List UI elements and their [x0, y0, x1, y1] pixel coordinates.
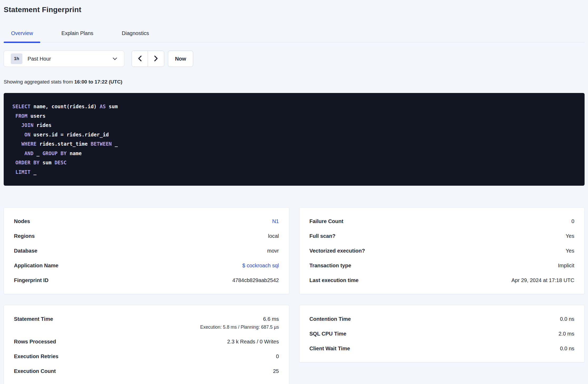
aggregated-stats-caption: Showing aggregated stats from 16:00 to 1…	[4, 79, 585, 85]
contention-time-value: 0.0 ns	[560, 316, 574, 322]
page-content: Statement Fingerprint OverviewExplain Pl…	[4, 5, 585, 384]
kv-row: Execution Count25	[14, 368, 279, 374]
sql-keyword: DESC	[54, 160, 67, 165]
database-value-wrap: movr	[267, 248, 279, 254]
sql-keyword: WHERE	[21, 141, 36, 147]
tab-bar: OverviewExplain PlansDiagnostics	[4, 24, 585, 42]
kv-row: Statement Time6.6 msExecution: 5.8 ms / …	[14, 316, 279, 330]
last-execution-time-value-wrap: Apr 29, 2024 at 17:18 UTC	[511, 277, 574, 283]
sql-cpu-time-value: 2.0 ms	[559, 331, 574, 337]
kv-row: Contention Time0.0 ns	[310, 316, 575, 322]
chevron-down-icon	[113, 57, 117, 60]
contention-time-value-wrap: 0.0 ns	[560, 316, 574, 322]
execution-retries-label: Execution Retries	[14, 353, 58, 360]
sql-statement-box: SELECT name, count(rides.id) AS sum FROM…	[4, 93, 585, 186]
previous-time-button[interactable]	[132, 51, 148, 67]
time-controls: 1h Past Hour	[4, 51, 585, 67]
time-range-dropdown[interactable]: 1h Past Hour	[4, 51, 124, 67]
regions-label: Regions	[14, 233, 35, 239]
transaction-type-value-wrap: Implicit	[558, 262, 574, 269]
application-name-label: Application Name	[14, 262, 58, 269]
time-nav-group	[132, 51, 164, 67]
execution-count-value-wrap: 25	[273, 368, 279, 374]
sql-text: rides	[33, 122, 52, 128]
kv-row: Full scan?Yes	[310, 233, 575, 239]
chevron-right-icon	[154, 55, 158, 62]
kv-row: Databasemovr	[14, 248, 279, 254]
client-wait-time-value: 0.0 ns	[560, 345, 574, 352]
sql-keyword: ON	[24, 132, 31, 137]
kv-row: Rows Processed2.3 k Reads / 0 Writes	[14, 338, 279, 345]
last-execution-time-label: Last execution time	[310, 277, 359, 283]
sql-text	[12, 122, 21, 128]
sql-text: _	[31, 169, 37, 175]
kv-row: SQL CPU Time2.0 ms	[310, 331, 575, 337]
fingerprint-id-value: 4784cb829aab2542	[232, 277, 279, 283]
transaction-type-label: Transaction type	[310, 262, 351, 269]
statement-time-value: 6.6 ms	[200, 316, 279, 322]
statement-time-detail: Execution: 5.8 ms / Planning: 687.5 µs	[200, 324, 279, 330]
tab-overview[interactable]: Overview	[4, 24, 40, 42]
execution-retries-value: 0	[276, 353, 279, 360]
now-button[interactable]: Now	[168, 51, 193, 67]
sql-text	[12, 132, 24, 137]
vectorized-execution-value: Yes	[566, 248, 574, 254]
kv-row: Application Name$ cockroach sql	[14, 262, 279, 269]
vectorized-execution-label: Vectorized execution?	[310, 248, 365, 254]
sql-keyword: JOIN	[21, 122, 33, 128]
sql-text: _	[33, 150, 42, 156]
sql-text	[12, 150, 24, 156]
tab-diagnostics[interactable]: Diagnostics	[114, 24, 156, 42]
aggregated-stats-prefix: Showing aggregated stats from	[4, 79, 74, 85]
statement-time-label: Statement Time	[14, 316, 53, 322]
execution-count-label: Execution Count	[14, 368, 56, 374]
kv-row: Client Wait Time0.0 ns	[310, 345, 575, 352]
execution-count-value: 25	[273, 368, 279, 374]
rows-processed-value-wrap: 2.3 k Reads / 0 Writes	[227, 338, 279, 345]
chevron-left-icon	[138, 55, 142, 62]
contention-time-label: Contention Time	[310, 316, 351, 322]
kv-row: Last execution timeApr 29, 2024 at 17:18…	[310, 277, 575, 283]
sql-text	[12, 160, 15, 165]
sql-keyword: SELECT	[12, 104, 31, 109]
sql-text: name	[67, 150, 82, 156]
summary-cards: NodesN1RegionslocalDatabasemovrApplicati…	[4, 207, 585, 384]
sql-text	[12, 141, 21, 147]
kv-row: Transaction typeImplicit	[310, 262, 575, 269]
regions-value-wrap: local	[268, 233, 279, 239]
time-range-label: Past Hour	[28, 56, 51, 62]
sql-text	[12, 169, 15, 175]
last-execution-time-value: Apr 29, 2024 at 17:18 UTC	[511, 277, 574, 283]
sql-keyword: ORDER BY	[15, 160, 39, 165]
sql-text: _	[112, 141, 118, 147]
failure-count-value: 0	[571, 218, 574, 224]
nodes-value-wrap: N1	[272, 218, 279, 224]
client-wait-time-value-wrap: 0.0 ns	[560, 345, 574, 352]
tab-explain-plans[interactable]: Explain Plans	[54, 24, 101, 42]
sql-cpu-time-value-wrap: 2.0 ms	[559, 331, 574, 337]
kv-row: Execution Retries0	[14, 353, 279, 360]
nodes-link[interactable]: N1	[272, 218, 279, 224]
vectorized-execution-value-wrap: Yes	[566, 248, 574, 254]
regions-value: local	[268, 233, 279, 239]
rows-processed-value: 2.3 k Reads / 0 Writes	[227, 338, 279, 345]
sql-keyword: AS	[100, 104, 106, 109]
statement-times-card: Statement Time6.6 msExecution: 5.8 ms / …	[4, 305, 289, 384]
next-time-button[interactable]	[148, 51, 164, 67]
failure-count-value-wrap: 0	[571, 218, 574, 224]
kv-row: Fingerprint ID4784cb829aab2542	[14, 277, 279, 283]
sql-text: users	[27, 113, 46, 119]
sql-text: rides.start_time	[37, 141, 91, 147]
client-wait-time-label: Client Wait Time	[310, 345, 350, 352]
sql-statement-text: SELECT name, count(rides.id) AS sum FROM…	[12, 102, 576, 177]
full-scan-label: Full scan?	[310, 233, 336, 239]
wait-times-card: Contention Time0.0 nsSQL CPU Time2.0 msC…	[299, 305, 585, 362]
fingerprint-id-value-wrap: 4784cb829aab2542	[232, 277, 279, 283]
sql-keyword: GROUP BY	[42, 150, 67, 156]
aggregated-stats-range: 16:00 to 17:22 (UTC)	[74, 79, 122, 85]
failure-count-label: Failure Count	[310, 218, 343, 224]
database-label: Database	[14, 248, 37, 254]
sql-keyword: FROM	[15, 113, 27, 119]
application-name-link[interactable]: $ cockroach sql	[242, 262, 279, 269]
statement-time-value-wrap: 6.6 msExecution: 5.8 ms / Planning: 687.…	[200, 316, 279, 330]
